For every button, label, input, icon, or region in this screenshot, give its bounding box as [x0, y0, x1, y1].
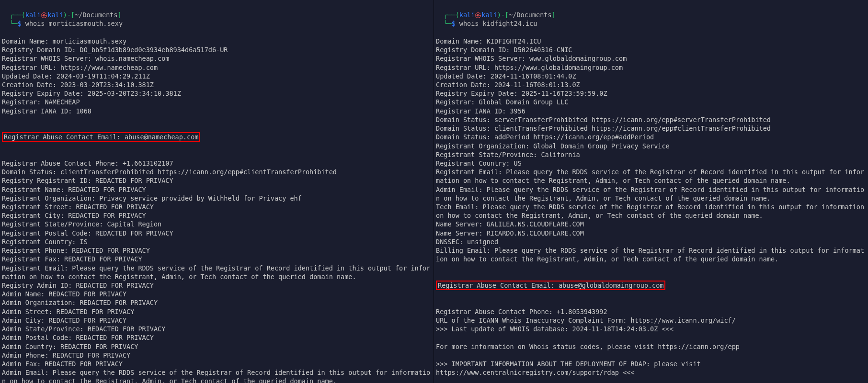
- prompt-cwd: ~/Documents: [75, 11, 117, 19]
- prompt-host: kali: [47, 11, 63, 19]
- command-text: whois morticiasmouth.sexy: [25, 20, 123, 27]
- prompt-command-line-left: └─$ whois morticiasmouth.sexy: [10, 20, 123, 27]
- prompt-cwd: ~/Documents: [509, 11, 551, 19]
- whois-output-left: Domain Name: morticiasmouth.sexy Registr…: [2, 37, 432, 115]
- command-text: whois kidfight24.icu: [459, 20, 537, 27]
- terminal-pane-left[interactable]: ┌──(kali㉿kali)-[~/Documents] └─$ whois m…: [0, 0, 434, 383]
- prompt-host: kali: [481, 11, 497, 19]
- prompt-symbol: $: [452, 20, 456, 27]
- prompt-command-line-right: └─$ whois kidfight24.icu: [444, 20, 537, 27]
- prompt-line-left: ┌──(kali㉿kali)-[~/Documents]: [10, 11, 121, 19]
- highlight-abuse-email-right: Registrar Abuse Contact Email: abuse@glo…: [436, 281, 866, 290]
- prompt-symbol: $: [18, 20, 22, 27]
- whois-output-right: Domain Name: KIDFIGHT24.ICU Registry Dom…: [436, 37, 866, 264]
- whois-output-left-2: Registrar Abuse Contact Phone: +1.661310…: [2, 159, 432, 383]
- highlight-abuse-email-left: Registrar Abuse Contact Email: abuse@nam…: [2, 133, 432, 141]
- prompt-line-right: ┌──(kali㉿kali)-[~/Documents]: [444, 11, 555, 19]
- whois-output-right-2: Registrar Abuse Contact Phone: +1.805394…: [436, 307, 866, 383]
- prompt-user: kali: [25, 11, 41, 19]
- terminal-pane-right[interactable]: ┌──(kali㉿kali)-[~/Documents] └─$ whois k…: [434, 0, 868, 383]
- prompt-user: kali: [459, 11, 475, 19]
